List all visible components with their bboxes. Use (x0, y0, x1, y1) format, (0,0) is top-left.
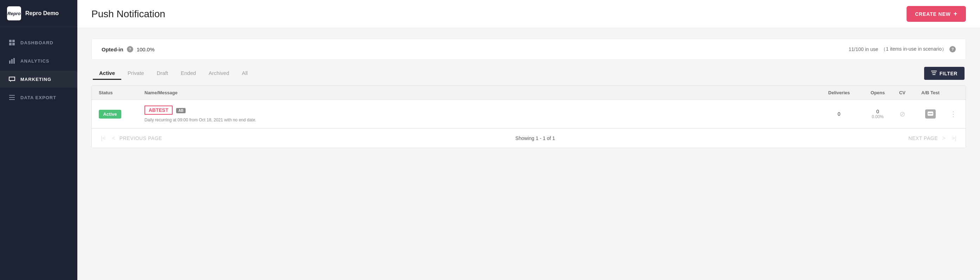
next-page-label[interactable]: NEXT PAGE (908, 135, 938, 141)
opted-in-section: Opted-in ? 100.0% (102, 46, 155, 53)
page-title: Push Notification (91, 8, 165, 20)
sidebar-nav: DASHBOARD ANALYTICS MARKETING (0, 27, 77, 113)
create-new-label: CREATE NEW (915, 11, 950, 17)
opted-in-value: 100.0% (137, 46, 155, 53)
tabs-row: Active Private Draft Ended Archived All (91, 67, 966, 80)
last-page-button[interactable]: >| (950, 134, 959, 143)
pagination-prev-section: |< < PREVIOUS PAGE (99, 134, 162, 143)
svg-rect-7 (9, 95, 15, 96)
data-export-icon (8, 94, 16, 101)
prev-page-button[interactable]: < (110, 134, 118, 143)
in-use-text: 11/100 in use (848, 46, 878, 52)
more-actions-icon[interactable]: ⋮ (950, 110, 957, 118)
tabs: Active Private Draft Ended Archived All (93, 67, 254, 80)
content-area: Opted-in ? 100.0% 11/100 in use （1 items… (77, 28, 980, 280)
table-header: Status Name/Message Deliveries Opens CV … (92, 86, 966, 100)
first-page-button[interactable]: |< (99, 134, 108, 143)
status-badge: Active (99, 110, 121, 118)
filter-icon (931, 70, 937, 76)
svg-point-16 (931, 113, 932, 114)
tab-private[interactable]: Private (121, 67, 150, 80)
stats-bar: Opted-in ? 100.0% 11/100 in use （1 items… (91, 39, 966, 60)
svg-rect-0 (9, 40, 11, 42)
campaign-name-link[interactable]: ABTEST (145, 106, 173, 115)
sidebar-logo: Repro Repro Demo (0, 0, 77, 27)
col-abtest: A/B Test (913, 90, 948, 95)
sidebar-label-analytics: ANALYTICS (21, 58, 49, 64)
col-opens: Opens (864, 90, 892, 95)
pagination: |< < PREVIOUS PAGE Showing 1 - 1 of 1 NE… (92, 128, 966, 148)
in-use-help-icon[interactable]: ? (950, 46, 956, 53)
col-cv: CV (892, 90, 913, 95)
svg-rect-9 (9, 99, 15, 100)
ab-test-badge: AB (176, 108, 185, 113)
prev-page-label[interactable]: PREVIOUS PAGE (119, 135, 162, 141)
sidebar-item-data-export[interactable]: DATA EXPORT (0, 89, 77, 106)
tab-all[interactable]: All (235, 67, 254, 80)
svg-rect-6 (13, 58, 15, 64)
sidebar: Repro Repro Demo DASHBOARD (0, 0, 77, 280)
sidebar-label-data-export: DATA EXPORT (21, 95, 56, 100)
row-status-cell: Active (99, 110, 145, 118)
sidebar-item-marketing[interactable]: MARKETING (0, 71, 77, 88)
svg-rect-8 (9, 97, 15, 98)
table-row: Active ABTEST AB Daily recurring at 09:0… (92, 100, 966, 128)
svg-rect-5 (11, 59, 13, 64)
analytics-icon (8, 58, 16, 64)
sidebar-label-dashboard: DASHBOARD (21, 40, 53, 45)
svg-rect-2 (9, 43, 11, 45)
in-use-info: 11/100 in use （1 items in-use in scenari… (848, 46, 956, 53)
svg-rect-3 (12, 43, 15, 45)
sidebar-label-marketing: MARKETING (21, 77, 51, 82)
svg-point-15 (930, 113, 931, 114)
comment-icon[interactable] (925, 109, 936, 118)
company-name: Repro Demo (25, 10, 59, 16)
svg-rect-4 (9, 61, 11, 64)
marketing-icon (8, 76, 16, 83)
deliveries-cell: 0 (815, 111, 864, 117)
cv-cell: ⊘ (892, 110, 913, 118)
pagination-next-section: NEXT PAGE > >| (908, 134, 959, 143)
sidebar-item-dashboard[interactable]: DASHBOARD (0, 34, 77, 51)
scenario-text: （1 items in-use in scenario） (881, 46, 947, 53)
tab-active[interactable]: Active (93, 67, 121, 80)
tab-archived[interactable]: Archived (202, 67, 235, 80)
filter-button[interactable]: FILTER (924, 67, 964, 80)
page-header: Push Notification CREATE NEW + (77, 0, 980, 28)
campaign-schedule: Daily recurring at 09:00 from Oct 18, 20… (145, 117, 815, 122)
plus-icon: + (954, 10, 958, 18)
last-page-next-button[interactable]: > (940, 134, 947, 143)
col-status: Status (99, 90, 145, 95)
opens-cell: 0 0.00% (864, 109, 892, 119)
opted-in-help-icon[interactable]: ? (127, 46, 133, 53)
tab-draft[interactable]: Draft (150, 67, 175, 80)
pagination-info: Showing 1 - 1 of 1 (515, 135, 555, 141)
logo-icon: Repro (7, 6, 21, 21)
opens-value: 0 (864, 109, 892, 114)
col-actions (948, 90, 959, 95)
col-name: Name/Message (145, 90, 815, 95)
row-name-cell: ABTEST AB Daily recurring at 09:00 from … (145, 106, 815, 122)
svg-rect-1 (12, 40, 15, 42)
abtest-cell (913, 109, 948, 118)
sidebar-item-analytics[interactable]: ANALYTICS (0, 53, 77, 69)
main-content: Push Notification CREATE NEW + Opted-in … (77, 0, 980, 280)
filter-label: FILTER (940, 71, 958, 76)
opted-in-label: Opted-in (102, 46, 123, 53)
cv-no-symbol: ⊘ (899, 110, 905, 118)
opens-sub: 0.00% (864, 114, 892, 119)
svg-point-14 (929, 113, 930, 114)
tab-ended[interactable]: Ended (174, 67, 202, 80)
create-new-button[interactable]: CREATE NEW + (907, 6, 966, 22)
dashboard-icon (8, 39, 16, 46)
row-actions-cell: ⋮ (948, 110, 959, 118)
campaigns-table: Status Name/Message Deliveries Opens CV … (91, 85, 966, 148)
col-deliveries: Deliveries (815, 90, 864, 95)
